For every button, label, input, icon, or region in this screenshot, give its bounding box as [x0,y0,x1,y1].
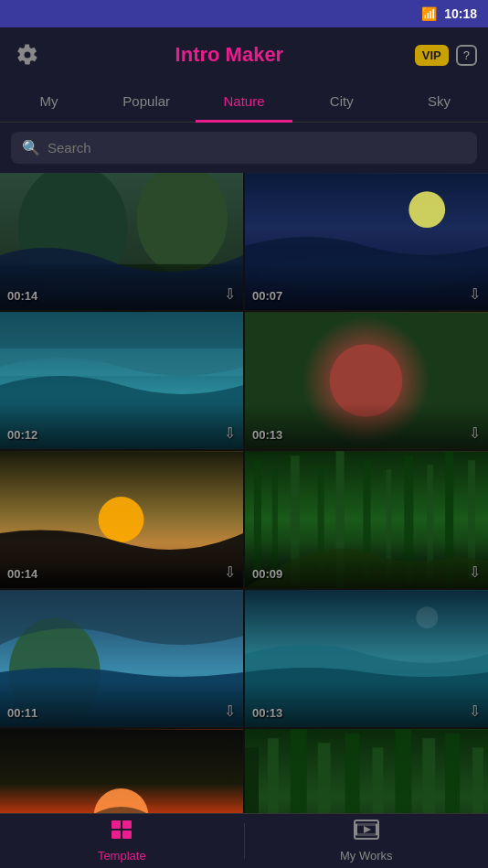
video-cell[interactable]: 00:13 ⇩ [245,312,488,449]
video-cell[interactable]: ⇩ [245,729,488,814]
video-duration: 00:14 [7,567,37,581]
video-duration: 00:11 [7,706,37,720]
video-duration: 00:13 [252,706,282,720]
tabs: My Popular Nature City Sky [0,82,488,123]
video-duration: 00:12 [7,428,37,442]
search-wrapper: 🔍 [11,132,477,164]
video-duration: 00:14 [7,289,37,303]
template-label: Template [98,849,146,863]
video-cell[interactable]: 00:07 ⇩ [245,173,488,310]
video-cell[interactable]: 00:09 ⇩ [245,451,488,588]
download-icon[interactable]: ⇩ [224,424,236,442]
svg-rect-44 [111,820,121,829]
help-badge[interactable]: ? [456,45,477,66]
svg-rect-41 [422,738,435,814]
svg-rect-42 [445,734,460,814]
vip-badge[interactable]: VIP [415,45,449,66]
svg-rect-49 [355,823,378,826]
download-icon[interactable]: ⇩ [469,285,481,303]
svg-rect-35 [268,738,279,814]
search-input[interactable] [48,140,466,155]
video-duration: 00:07 [252,289,282,303]
svg-rect-34 [245,747,259,814]
svg-rect-16 [254,460,261,579]
svg-rect-46 [111,830,121,839]
svg-rect-47 [122,830,132,839]
video-cell[interactable]: 00:13 ⇩ [245,590,488,727]
tab-city[interactable]: City [292,82,390,123]
svg-rect-8 [0,348,243,376]
status-bar: 📶 10:18 [0,0,488,27]
video-cell[interactable]: 00:11 ⇩ [0,590,243,727]
video-grid: 00:14 ⇩ 00:07 ⇩ [0,173,488,814]
svg-rect-52 [376,824,379,835]
status-time: 10:18 [444,6,477,21]
my-works-icon [354,820,379,845]
header: Intro Maker VIP ? [0,27,488,82]
svg-rect-38 [345,734,360,814]
tab-my[interactable]: My [0,82,98,123]
video-cell[interactable]: 00:14 ⇩ [0,173,243,310]
svg-rect-17 [272,469,278,579]
svg-rect-45 [122,820,132,829]
svg-rect-39 [372,747,383,814]
app-title: Intro Maker [44,43,415,67]
header-actions: VIP ? [415,45,477,66]
svg-marker-53 [364,826,371,833]
download-icon[interactable]: ⇩ [224,285,236,303]
svg-rect-43 [472,747,483,814]
svg-rect-40 [395,729,411,814]
download-icon[interactable]: ⇩ [469,563,481,581]
svg-point-30 [416,606,438,628]
bottom-nav: Template My Works [0,813,488,868]
svg-point-14 [99,497,144,542]
template-icon [111,820,133,845]
svg-rect-37 [318,743,331,814]
download-icon[interactable]: ⇩ [224,702,236,720]
video-cell[interactable]: 00:14 ⇩ [0,451,243,588]
download-icon[interactable]: ⇩ [469,702,481,720]
video-cell[interactable]: 00:12 ⇩ [0,312,243,449]
nav-my-works[interactable]: My Works [245,814,489,868]
svg-rect-36 [291,729,307,814]
settings-icon[interactable] [11,38,44,71]
wifi-icon: 📶 [421,6,437,21]
svg-rect-51 [354,824,357,835]
tab-sky[interactable]: Sky [390,82,488,123]
my-works-label: My Works [340,849,393,863]
svg-rect-50 [355,833,378,836]
download-icon[interactable]: ⇩ [224,563,236,581]
video-cell[interactable]: ⇩ [0,729,243,814]
download-icon[interactable]: ⇩ [469,424,481,442]
search-icon: 🔍 [22,139,40,156]
search-bar: 🔍 [0,123,488,173]
video-duration: 00:09 [252,567,282,581]
nav-template[interactable]: Template [0,814,244,868]
svg-point-5 [408,191,445,228]
tab-nature[interactable]: Nature [196,82,293,123]
video-duration: 00:13 [252,428,282,442]
tab-popular[interactable]: Popular [98,82,196,123]
